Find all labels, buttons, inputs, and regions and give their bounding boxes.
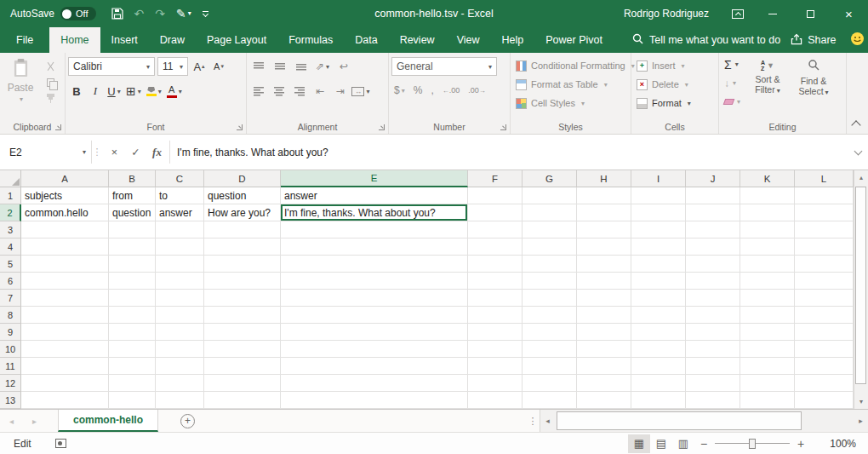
cell-C7[interactable]: [156, 290, 204, 307]
format-painter-icon[interactable]: [43, 93, 57, 104]
cell-I9[interactable]: [631, 324, 686, 341]
zoom-out-icon[interactable]: −: [694, 437, 713, 451]
share-button[interactable]: Share: [791, 33, 836, 48]
insert-function-icon[interactable]: fx: [146, 146, 168, 159]
page-layout-view-icon[interactable]: ▤: [650, 434, 672, 453]
increase-decimal-button[interactable]: ←.00: [440, 82, 463, 99]
cell-A12[interactable]: [21, 375, 109, 392]
cell-J10[interactable]: [686, 341, 740, 358]
cell-styles-button[interactable]: Cell Styles ▾: [513, 95, 628, 111]
cell-A13[interactable]: [21, 392, 109, 409]
row-header-8[interactable]: 8: [0, 307, 21, 324]
feedback-smiley-icon[interactable]: [850, 32, 865, 49]
cell-J6[interactable]: [686, 273, 740, 290]
column-header-H[interactable]: H: [577, 170, 631, 187]
font-color-button[interactable]: A▾: [165, 82, 184, 101]
pen-icon[interactable]: ✎▾: [176, 8, 191, 20]
cell-J9[interactable]: [686, 324, 740, 341]
cell-K7[interactable]: [740, 290, 795, 307]
format-as-table-button[interactable]: Format as Table ▾: [513, 77, 628, 92]
cell-G8[interactable]: [523, 307, 577, 324]
zoom-in-icon[interactable]: +: [791, 437, 810, 451]
cell-I11[interactable]: [631, 358, 686, 375]
cell-E12[interactable]: [281, 375, 468, 392]
cell-G13[interactable]: [523, 392, 577, 409]
cell-J12[interactable]: [686, 375, 740, 392]
formula-input[interactable]: I'm fine, thanks. What about you?: [170, 141, 848, 164]
cell-D8[interactable]: [204, 307, 281, 324]
cell-K11[interactable]: [740, 358, 795, 375]
cell-K2[interactable]: [740, 204, 795, 221]
decrease-indent-button[interactable]: ⇤: [311, 82, 329, 101]
ribbon-tab-power-pivot[interactable]: Power Pivot: [534, 27, 614, 53]
horizontal-scrollbar-track[interactable]: [555, 410, 854, 432]
cell-G4[interactable]: [523, 238, 577, 256]
row-header-10[interactable]: 10: [0, 341, 21, 358]
cell-B1[interactable]: from: [109, 187, 156, 204]
column-header-B[interactable]: B: [109, 170, 156, 187]
ribbon-tab-help[interactable]: Help: [491, 27, 535, 53]
scroll-down-icon[interactable]: ▾: [854, 394, 868, 409]
cell-F13[interactable]: [468, 392, 523, 409]
ribbon-tab-formulas[interactable]: Formulas: [277, 27, 344, 53]
cell-D5[interactable]: [204, 256, 281, 273]
zoom-slider[interactable]: [715, 438, 790, 450]
cell-F5[interactable]: [468, 256, 523, 273]
cell-H4[interactable]: [577, 238, 631, 256]
cell-D6[interactable]: [204, 273, 281, 290]
cell-L3[interactable]: [795, 221, 854, 238]
column-header-F[interactable]: F: [468, 170, 523, 187]
bottom-align-button[interactable]: [292, 57, 311, 76]
name-box[interactable]: E2 ▾: [0, 141, 92, 164]
cell-J11[interactable]: [686, 358, 740, 375]
cell-B8[interactable]: [109, 307, 156, 324]
cell-L9[interactable]: [795, 324, 854, 341]
cell-C4[interactable]: [156, 238, 204, 256]
row-header-9[interactable]: 9: [0, 324, 21, 341]
row-header-2[interactable]: 2: [0, 204, 21, 221]
cell-K8[interactable]: [740, 307, 795, 324]
scroll-right-icon[interactable]: ▸: [854, 410, 868, 432]
cell-E5[interactable]: [281, 256, 468, 273]
cell-F8[interactable]: [468, 307, 523, 324]
cell-D3[interactable]: [204, 221, 281, 238]
insert-cells-button[interactable]: + Insert ▾: [634, 58, 716, 73]
column-header-G[interactable]: G: [523, 170, 577, 187]
cell-G3[interactable]: [523, 221, 577, 238]
cell-G9[interactable]: [523, 324, 577, 341]
cell-G12[interactable]: [523, 375, 577, 392]
cell-G5[interactable]: [523, 256, 577, 273]
cell-C1[interactable]: to: [156, 187, 204, 204]
cell-E10[interactable]: [281, 341, 468, 358]
ribbon-tab-data[interactable]: Data: [344, 27, 388, 53]
top-align-button[interactable]: [249, 57, 268, 76]
cell-G2[interactable]: [523, 204, 577, 221]
row-header-6[interactable]: 6: [0, 273, 21, 290]
cell-A8[interactable]: [21, 307, 109, 324]
cell-E11[interactable]: [281, 358, 468, 375]
page-break-preview-icon[interactable]: ▥: [672, 434, 694, 453]
normal-view-icon[interactable]: ▦: [628, 434, 650, 453]
ribbon-tab-page-layout[interactable]: Page Layout: [196, 27, 277, 53]
sheet-nav-left-icon[interactable]: ◂: [0, 410, 23, 432]
ribbon-display-options-icon[interactable]: [722, 0, 753, 27]
number-format-select[interactable]: General ▾: [391, 57, 497, 76]
cell-L10[interactable]: [795, 341, 854, 358]
column-header-C[interactable]: C: [156, 170, 204, 187]
align-left-button[interactable]: [249, 82, 268, 101]
cell-E13[interactable]: [281, 392, 468, 409]
cell-I7[interactable]: [631, 290, 686, 307]
cell-H1[interactable]: [577, 187, 631, 204]
cell-G11[interactable]: [523, 358, 577, 375]
cell-D11[interactable]: [204, 358, 281, 375]
cell-J7[interactable]: [686, 290, 740, 307]
cell-F7[interactable]: [468, 290, 523, 307]
cell-F10[interactable]: [468, 341, 523, 358]
decrease-font-size-button[interactable]: A▾: [210, 57, 227, 76]
cell-H6[interactable]: [577, 273, 631, 290]
cell-K1[interactable]: [740, 187, 795, 204]
cell-J5[interactable]: [686, 256, 740, 273]
cell-D13[interactable]: [204, 392, 281, 409]
cell-D2[interactable]: How are you?: [204, 204, 281, 221]
cell-D4[interactable]: [204, 238, 281, 256]
